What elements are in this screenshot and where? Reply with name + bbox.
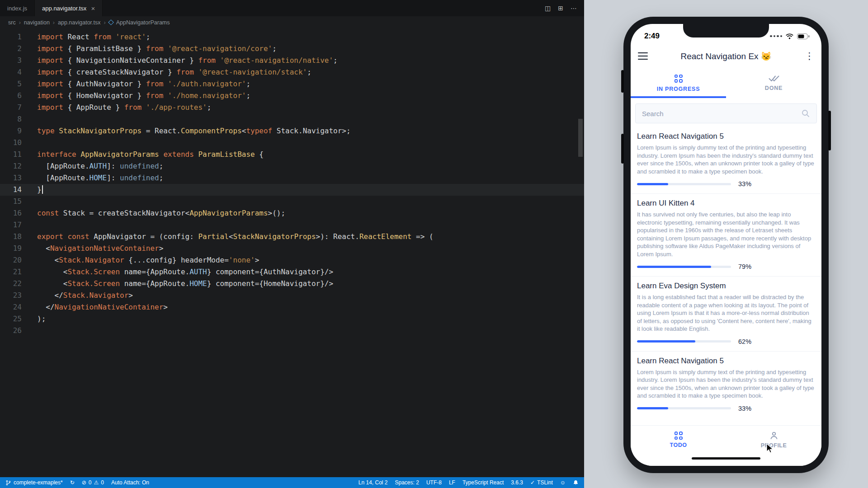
code-token: Partial <box>198 232 228 241</box>
progress-bar-fill <box>637 266 711 268</box>
code-line[interactable]: 10 <box>0 137 584 149</box>
code-area[interactable]: 1import React from 'react';2import { Par… <box>0 28 584 477</box>
line-number: 4 <box>0 66 30 78</box>
code-line[interactable]: 22 <Stack.Screen name={AppRoute.HOME} co… <box>0 278 584 290</box>
task-card[interactable]: Learn React Navigation 5Lorem Ipsum is s… <box>631 351 821 418</box>
code-token: ); <box>37 314 46 323</box>
code-token: > <box>255 256 259 264</box>
code-line[interactable]: 14} <box>0 184 584 196</box>
layout-icon[interactable]: ⊞ <box>558 5 563 12</box>
task-card[interactable]: Learn React Navigation 5Lorem Ipsum is s… <box>631 127 821 193</box>
code-token: import <box>37 91 63 100</box>
git-branch-icon <box>5 479 11 486</box>
task-progress-row: 62% <box>637 338 815 345</box>
line-number: 13 <box>0 172 30 184</box>
code-line[interactable]: 7import { AppRoute } from './app-routes'… <box>0 102 584 113</box>
code-line[interactable]: 6import { HomeNavigator } from './home.n… <box>0 90 584 102</box>
code-line[interactable]: 2import { ParamListBase } from '@react-n… <box>0 43 584 55</box>
breadcrumb-item[interactable]: navigation <box>24 19 50 26</box>
code-line[interactable]: 19 <NavigationNativeContainer> <box>0 243 584 254</box>
breadcrumb-item[interactable]: src <box>8 19 16 26</box>
code-line[interactable]: 11interface AppNavigatorParams extends P… <box>0 149 584 160</box>
code-line[interactable]: 12 [AppRoute.AUTH]: undefined; <box>0 160 584 172</box>
notifications-bell-icon[interactable] <box>573 479 579 486</box>
code-token: { ParamListBase } <box>63 44 146 53</box>
progress-percent-label: 33% <box>738 405 751 412</box>
code-token: [AppRoute. <box>37 162 90 170</box>
code-token: < <box>37 267 67 276</box>
code-token: interface <box>37 150 76 159</box>
code-line[interactable]: 24 </NavigationNativeContainer> <box>0 301 584 313</box>
split-editor-icon[interactable]: ◫ <box>545 5 551 12</box>
task-card[interactable]: Learn Eva Design SystemIt is a long esta… <box>631 276 821 351</box>
code-token: '@react-navigation/core' <box>168 44 272 53</box>
code-line[interactable]: 13 [AppRoute.HOME]: undefined; <box>0 172 584 184</box>
tab-done[interactable]: DONE <box>726 68 821 98</box>
code-token: type <box>37 127 55 135</box>
code-line[interactable]: 25); <box>0 313 584 325</box>
code-line[interactable]: 21 <Stack.Screen name={AppRoute.AUTH} co… <box>0 266 584 278</box>
typescript-version[interactable]: 3.6.3 <box>511 479 523 486</box>
code-token: Stack.Navigator>; <box>272 127 350 135</box>
progress-bar-fill <box>637 407 668 409</box>
cursor-position[interactable]: Ln 14, Col 2 <box>359 479 388 486</box>
menu-icon[interactable] <box>638 52 648 60</box>
code-token: NavigationNativeContainer <box>50 244 159 253</box>
code-line[interactable]: 3import { NavigationNativeContainer } fr… <box>0 55 584 66</box>
code-line[interactable]: 18export const AppNavigator = (config: P… <box>0 231 584 243</box>
tslint-status[interactable]: ✓ TSLint <box>530 479 553 486</box>
tab-app-navigator-tsx[interactable]: app.navigator.tsx × <box>35 0 103 16</box>
breadcrumb-item[interactable]: app.navigator.tsx <box>58 19 101 26</box>
progress-bar-track <box>637 340 731 343</box>
code-line[interactable]: 16const Stack = createStackNavigator<App… <box>0 207 584 219</box>
code-token: from <box>146 44 164 53</box>
task-card[interactable]: Learn UI Kitten 4It has survived not onl… <box>631 193 821 276</box>
progress-bar-track <box>637 266 731 268</box>
code-line[interactable]: 1import React from 'react'; <box>0 31 584 43</box>
code-token: ; <box>272 44 277 53</box>
code-line[interactable]: 5import { AuthNavigator } from './auth.n… <box>0 78 584 90</box>
language-mode[interactable]: TypeScript React <box>462 479 504 486</box>
bell-icon <box>573 479 579 486</box>
indentation[interactable]: Spaces: 2 <box>395 479 419 486</box>
eol-sequence[interactable]: LF <box>449 479 455 486</box>
breadcrumb-item[interactable]: AppNavigatorParams <box>116 19 170 26</box>
code-line[interactable]: 20 <Stack.Navigator {...config} headerMo… <box>0 254 584 266</box>
code-token: React <box>63 33 94 41</box>
line-content: const Stack = createStackNavigator<AppNa… <box>30 207 285 219</box>
code-line[interactable]: 4import { createStackNavigator } from '@… <box>0 66 584 78</box>
problems-indicator[interactable]: ⊘ 0 ⚠ 0 <box>82 479 104 486</box>
encoding[interactable]: UTF-8 <box>426 479 442 486</box>
home-indicator[interactable] <box>692 457 760 460</box>
line-number: 20 <box>0 254 30 266</box>
code-line[interactable]: 17 <box>0 219 584 231</box>
code-token: from <box>124 103 142 112</box>
code-token: NavigationNativeContainer <box>55 303 164 311</box>
editor-scrollbar[interactable] <box>578 119 583 157</box>
tab-in-progress[interactable]: IN PROGRESS <box>631 68 726 98</box>
clock: 2:49 <box>644 32 660 41</box>
tab-index-js[interactable]: index.js <box>0 0 35 16</box>
code-line[interactable]: 23 </Stack.Navigator> <box>0 290 584 301</box>
overflow-menu-icon[interactable]: ⋮ <box>804 51 814 61</box>
line-content: ); <box>30 313 46 325</box>
code-token: AUTH <box>189 267 207 276</box>
search-input[interactable] <box>642 110 801 117</box>
code-line[interactable]: 9type StackNavigatorProps = React.Compon… <box>0 125 584 137</box>
close-icon[interactable]: × <box>91 5 95 12</box>
git-branch-indicator[interactable]: complete-exmaples* <box>5 479 63 486</box>
code-line[interactable]: 8 <box>0 113 584 125</box>
code-line[interactable]: 15 <box>0 196 584 207</box>
auto-attach-toggle[interactable]: Auto Attach: On <box>111 479 149 486</box>
tab-todo[interactable]: TODO <box>631 426 726 454</box>
warning-icon: ⚠ <box>94 479 99 486</box>
more-actions-icon[interactable]: ⋯ <box>571 5 577 12</box>
search-field[interactable] <box>635 103 817 123</box>
warning-count: 0 <box>101 479 104 486</box>
code-line[interactable]: 26 <box>0 325 584 337</box>
sync-icon[interactable]: ↻ <box>70 479 75 486</box>
line-content <box>30 137 37 149</box>
task-content: Learn React Navigation 5Lorem Ipsum is s… <box>631 98 821 425</box>
code-token: 'react' <box>115 33 146 41</box>
feedback-smiley-icon[interactable]: ☺ <box>560 479 566 486</box>
